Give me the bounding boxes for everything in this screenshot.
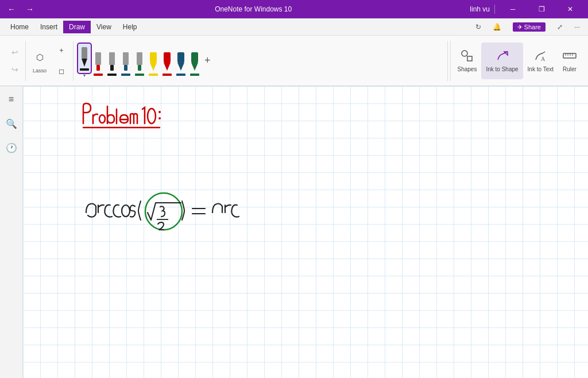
titlebar: ← → OneNote for Windows 10 linh vu ─ ❐ ✕	[0, 0, 588, 18]
pen-color-bar-6	[149, 74, 158, 76]
restore-button[interactable]: ❐	[528, 0, 555, 18]
svg-rect-4	[109, 52, 115, 65]
menu-home[interactable]: Home	[5, 21, 34, 33]
user-section: linh vu	[470, 5, 490, 13]
svg-rect-5	[110, 65, 114, 71]
pen-green-felt[interactable]	[133, 49, 146, 78]
forward-button[interactable]: →	[23, 2, 37, 16]
pen-shape-4	[121, 51, 131, 73]
pen-color-bar-2	[94, 74, 103, 76]
pen-color-bar-3	[107, 74, 117, 76]
lasso-tool-group: ⬡ Lasso	[30, 48, 49, 74]
svg-rect-19	[467, 56, 472, 61]
more-icon[interactable]: ···	[571, 22, 583, 32]
pen-palette-section: ▾	[76, 41, 448, 81]
user-name: linh vu	[470, 5, 490, 13]
menu-view[interactable]: View	[91, 21, 117, 33]
ruler-button[interactable]: Ruler	[558, 43, 581, 79]
svg-rect-12	[164, 52, 171, 63]
shapes-svg	[461, 49, 473, 62]
highlighter-blue[interactable]	[175, 49, 187, 78]
svg-rect-8	[137, 52, 142, 65]
pen-shape-3	[107, 51, 117, 73]
title-divider	[494, 5, 495, 14]
pen-nib-3	[106, 49, 118, 78]
svg-rect-7	[124, 65, 127, 71]
svg-rect-6	[123, 52, 129, 65]
canvas-area[interactable]	[23, 86, 588, 378]
svg-rect-9	[138, 65, 141, 71]
sync-icon[interactable]: ↻	[472, 22, 485, 32]
highlighter-yellow[interactable]	[147, 49, 160, 78]
expand-icon[interactable]: ⤢	[554, 22, 566, 32]
ruler-label: Ruler	[563, 66, 577, 72]
sidebar-history-icon[interactable]: 🕐	[3, 139, 20, 156]
pen-palette: ▾	[78, 41, 213, 80]
pen-color-bar-9	[190, 74, 199, 76]
lasso-label: Lasso	[33, 68, 47, 74]
lasso-button[interactable]: ⬡	[30, 48, 49, 67]
shapes-label: Shapes	[458, 66, 477, 72]
svg-marker-17	[191, 63, 198, 71]
pen-nib-2	[92, 49, 105, 78]
add-pen-icon: +	[202, 52, 213, 69]
svg-marker-15	[177, 63, 184, 71]
svg-rect-14	[177, 52, 184, 63]
ribbon: ↩ ↪ ⬡ Lasso + ◻ ▾	[0, 36, 588, 86]
menu-help[interactable]: Help	[117, 21, 143, 33]
back-button[interactable]: ←	[5, 2, 18, 16]
undo-button[interactable]: ↩	[7, 44, 23, 60]
redo-button[interactable]: ↪	[7, 61, 23, 78]
ink-to-shape-label: Ink to Shape	[486, 66, 518, 72]
ink-to-shape-button[interactable]: Ink to Shape	[481, 43, 523, 79]
pen-shape-7	[162, 51, 172, 73]
shapes-button[interactable]: Shapes	[453, 43, 482, 79]
svg-point-18	[462, 51, 467, 56]
pen-dark-felt[interactable]	[106, 49, 118, 78]
right-tools-section: Shapes Ink to Shape A Ink to Text	[450, 41, 583, 81]
minimize-button[interactable]: ─	[500, 0, 526, 18]
ink-to-text-button[interactable]: A Ink to Text	[523, 43, 558, 79]
highlighter-green[interactable]	[188, 49, 201, 78]
menubar-right: ↻ 🔔 ✈ Share ⤢ ···	[472, 22, 583, 32]
svg-marker-11	[150, 63, 157, 71]
svg-rect-2	[95, 52, 101, 65]
menu-draw[interactable]: Draw	[63, 21, 91, 33]
pen-nib-9	[188, 49, 201, 78]
sidebar: ≡ 🔍 🕐	[0, 86, 23, 378]
close-button[interactable]: ✕	[557, 0, 583, 18]
svg-rect-0	[82, 47, 87, 59]
pen-shape-9	[189, 51, 200, 73]
canvas-grid	[23, 86, 588, 378]
app-title: OneNote for Windows 10	[37, 5, 470, 13]
ruler-svg	[563, 49, 577, 62]
erase-button[interactable]: ◻	[52, 62, 71, 80]
ink-to-text-label: Ink to Text	[528, 66, 554, 72]
pen-red-felt[interactable]	[92, 49, 105, 78]
svg-rect-3	[96, 65, 100, 71]
sidebar-search-icon[interactable]: 🔍	[3, 115, 20, 132]
svg-rect-16	[191, 52, 198, 63]
svg-marker-13	[164, 63, 171, 71]
pen-navy-felt[interactable]	[119, 49, 132, 78]
svg-text:A: A	[541, 56, 546, 62]
svg-marker-1	[82, 59, 87, 67]
pen-black-ballpoint[interactable]: ▾	[78, 44, 91, 78]
pen-nib-5	[133, 49, 146, 78]
menu-insert[interactable]: Insert	[34, 21, 63, 33]
undo-redo-group: ↩ ↪	[7, 44, 23, 78]
add-button[interactable]: +	[52, 41, 71, 60]
ink-to-shape-icon	[496, 49, 509, 65]
titlebar-right: linh vu ─ ❐ ✕	[470, 0, 583, 18]
highlighter-red[interactable]	[161, 49, 173, 78]
add-erase-group: + ◻	[52, 41, 71, 80]
svg-rect-10	[150, 52, 157, 63]
sidebar-notebooks-icon[interactable]: ≡	[3, 91, 20, 108]
pen-shape-6	[148, 51, 158, 73]
add-pen-button[interactable]: +	[202, 52, 213, 69]
share-button[interactable]: ✈ Share	[509, 22, 549, 32]
pen-shape-2	[93, 51, 103, 73]
bell-icon[interactable]: 🔔	[489, 22, 505, 32]
ink-to-shape-svg	[496, 49, 509, 62]
pen-nib-8	[175, 49, 187, 78]
